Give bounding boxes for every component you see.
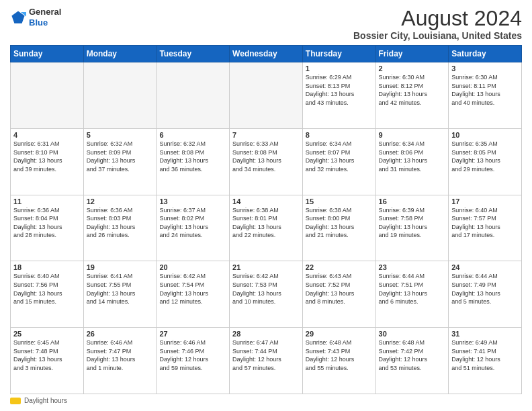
day-number: 18 bbox=[13, 263, 81, 271]
calendar-cell: 22Sunrise: 6:43 AM Sunset: 7:52 PM Dayli… bbox=[302, 261, 375, 328]
day-number: 24 bbox=[451, 263, 519, 271]
calendar-cell: 14Sunrise: 6:38 AM Sunset: 8:01 PM Dayli… bbox=[230, 195, 303, 261]
day-number: 10 bbox=[451, 131, 519, 139]
day-number: 5 bbox=[87, 131, 154, 139]
day-info: Sunrise: 6:48 AM Sunset: 7:43 PM Dayligh… bbox=[306, 338, 373, 372]
day-number: 2 bbox=[379, 64, 446, 73]
calendar-cell: 29Sunrise: 6:48 AM Sunset: 7:43 PM Dayli… bbox=[302, 328, 375, 394]
day-number: 22 bbox=[306, 263, 373, 271]
calendar-cell: 20Sunrise: 6:42 AM Sunset: 7:54 PM Dayli… bbox=[157, 261, 230, 328]
day-number: 20 bbox=[159, 263, 226, 271]
calendar-cell: 10Sunrise: 6:35 AM Sunset: 8:05 PM Dayli… bbox=[449, 128, 522, 195]
day-info: Sunrise: 6:33 AM Sunset: 8:08 PM Dayligh… bbox=[232, 140, 300, 173]
day-info: Sunrise: 6:32 AM Sunset: 8:08 PM Dayligh… bbox=[159, 140, 226, 173]
subtitle: Bossier City, Louisiana, United States bbox=[353, 30, 522, 41]
day-info: Sunrise: 6:30 AM Sunset: 8:11 PM Dayligh… bbox=[451, 73, 519, 107]
day-number: 1 bbox=[306, 64, 373, 73]
logo-icon bbox=[10, 9, 26, 26]
calendar-cell: 18Sunrise: 6:40 AM Sunset: 7:56 PM Dayli… bbox=[11, 261, 84, 328]
calendar-cell: 13Sunrise: 6:37 AM Sunset: 8:02 PM Dayli… bbox=[157, 195, 230, 261]
calendar-header-friday: Friday bbox=[375, 46, 449, 62]
day-number: 4 bbox=[13, 131, 81, 139]
calendar-cell: 11Sunrise: 6:36 AM Sunset: 8:04 PM Dayli… bbox=[11, 195, 84, 261]
calendar-header-saturday: Saturday bbox=[449, 46, 522, 62]
day-number: 26 bbox=[87, 330, 154, 338]
calendar-cell: 3Sunrise: 6:30 AM Sunset: 8:11 PM Daylig… bbox=[449, 62, 522, 129]
calendar-cell: 9Sunrise: 6:34 AM Sunset: 8:06 PM Daylig… bbox=[375, 128, 449, 195]
day-number: 8 bbox=[306, 131, 373, 139]
calendar-cell: 16Sunrise: 6:39 AM Sunset: 7:58 PM Dayli… bbox=[375, 195, 449, 261]
page: General Blue August 2024 Bossier City, L… bbox=[0, 0, 532, 411]
calendar-cell: 31Sunrise: 6:49 AM Sunset: 7:41 PM Dayli… bbox=[449, 328, 522, 394]
day-info: Sunrise: 6:40 AM Sunset: 7:56 PM Dayligh… bbox=[13, 272, 81, 306]
day-number: 21 bbox=[232, 263, 300, 271]
calendar-cell bbox=[157, 62, 230, 129]
day-info: Sunrise: 6:34 AM Sunset: 8:06 PM Dayligh… bbox=[379, 140, 446, 173]
day-number: 16 bbox=[379, 197, 446, 205]
day-info: Sunrise: 6:34 AM Sunset: 8:07 PM Dayligh… bbox=[306, 140, 373, 173]
day-info: Sunrise: 6:29 AM Sunset: 8:13 PM Dayligh… bbox=[306, 73, 373, 107]
day-info: Sunrise: 6:36 AM Sunset: 8:03 PM Dayligh… bbox=[87, 206, 154, 240]
calendar-header-thursday: Thursday bbox=[302, 46, 375, 62]
calendar-week-row: 1Sunrise: 6:29 AM Sunset: 8:13 PM Daylig… bbox=[11, 62, 522, 129]
calendar-cell: 17Sunrise: 6:40 AM Sunset: 7:57 PM Dayli… bbox=[449, 195, 522, 261]
footer: Daylight hours bbox=[10, 397, 522, 404]
calendar-header-sunday: Sunday bbox=[11, 46, 84, 62]
day-number: 15 bbox=[306, 197, 373, 205]
day-info: Sunrise: 6:46 AM Sunset: 7:47 PM Dayligh… bbox=[87, 338, 154, 372]
calendar-cell bbox=[83, 62, 157, 129]
day-info: Sunrise: 6:37 AM Sunset: 8:02 PM Dayligh… bbox=[159, 206, 226, 240]
day-number: 3 bbox=[451, 64, 519, 73]
calendar-cell: 25Sunrise: 6:45 AM Sunset: 7:48 PM Dayli… bbox=[11, 328, 84, 394]
day-info: Sunrise: 6:49 AM Sunset: 7:41 PM Dayligh… bbox=[451, 338, 519, 372]
day-info: Sunrise: 6:32 AM Sunset: 8:09 PM Dayligh… bbox=[87, 140, 154, 173]
calendar-cell bbox=[230, 62, 303, 129]
calendar-cell: 23Sunrise: 6:44 AM Sunset: 7:51 PM Dayli… bbox=[375, 261, 449, 328]
day-info: Sunrise: 6:38 AM Sunset: 8:00 PM Dayligh… bbox=[306, 206, 373, 240]
calendar-cell: 15Sunrise: 6:38 AM Sunset: 8:00 PM Dayli… bbox=[302, 195, 375, 261]
calendar-week-row: 4Sunrise: 6:31 AM Sunset: 8:10 PM Daylig… bbox=[11, 128, 522, 195]
day-info: Sunrise: 6:47 AM Sunset: 7:44 PM Dayligh… bbox=[232, 338, 300, 372]
day-info: Sunrise: 6:40 AM Sunset: 7:57 PM Dayligh… bbox=[451, 206, 519, 240]
calendar-week-row: 11Sunrise: 6:36 AM Sunset: 8:04 PM Dayli… bbox=[11, 195, 522, 261]
day-info: Sunrise: 6:38 AM Sunset: 8:01 PM Dayligh… bbox=[232, 206, 300, 240]
calendar-header-monday: Monday bbox=[83, 46, 157, 62]
logo: General Blue bbox=[10, 7, 61, 28]
calendar-cell: 21Sunrise: 6:42 AM Sunset: 7:53 PM Dayli… bbox=[230, 261, 303, 328]
day-info: Sunrise: 6:45 AM Sunset: 7:48 PM Dayligh… bbox=[13, 338, 81, 372]
day-number: 30 bbox=[379, 330, 446, 338]
day-number: 28 bbox=[232, 330, 300, 338]
day-info: Sunrise: 6:41 AM Sunset: 7:55 PM Dayligh… bbox=[87, 272, 154, 306]
calendar-cell: 26Sunrise: 6:46 AM Sunset: 7:47 PM Dayli… bbox=[83, 328, 157, 394]
day-info: Sunrise: 6:39 AM Sunset: 7:58 PM Dayligh… bbox=[379, 206, 446, 240]
calendar-week-row: 25Sunrise: 6:45 AM Sunset: 7:48 PM Dayli… bbox=[11, 328, 522, 394]
day-info: Sunrise: 6:31 AM Sunset: 8:10 PM Dayligh… bbox=[13, 140, 81, 173]
day-info: Sunrise: 6:44 AM Sunset: 7:51 PM Dayligh… bbox=[379, 272, 446, 306]
calendar-cell: 1Sunrise: 6:29 AM Sunset: 8:13 PM Daylig… bbox=[302, 62, 375, 129]
calendar-cell: 28Sunrise: 6:47 AM Sunset: 7:44 PM Dayli… bbox=[230, 328, 303, 394]
calendar-table: SundayMondayTuesdayWednesdayThursdayFrid… bbox=[10, 45, 522, 394]
header: General Blue August 2024 Bossier City, L… bbox=[10, 7, 522, 41]
day-number: 19 bbox=[87, 263, 154, 271]
calendar-cell: 19Sunrise: 6:41 AM Sunset: 7:55 PM Dayli… bbox=[83, 261, 157, 328]
day-info: Sunrise: 6:44 AM Sunset: 7:49 PM Dayligh… bbox=[451, 272, 519, 306]
day-number: 31 bbox=[451, 330, 519, 338]
day-number: 25 bbox=[13, 330, 81, 338]
day-number: 13 bbox=[159, 197, 226, 205]
day-number: 17 bbox=[451, 197, 519, 205]
day-info: Sunrise: 6:36 AM Sunset: 8:04 PM Dayligh… bbox=[13, 206, 81, 240]
day-info: Sunrise: 6:42 AM Sunset: 7:53 PM Dayligh… bbox=[232, 272, 300, 306]
calendar-cell: 30Sunrise: 6:48 AM Sunset: 7:42 PM Dayli… bbox=[375, 328, 449, 394]
calendar-cell bbox=[11, 62, 84, 129]
title-block: August 2024 Bossier City, Louisiana, Uni… bbox=[353, 7, 522, 41]
calendar-cell: 24Sunrise: 6:44 AM Sunset: 7:49 PM Dayli… bbox=[449, 261, 522, 328]
calendar-cell: 27Sunrise: 6:46 AM Sunset: 7:46 PM Dayli… bbox=[157, 328, 230, 394]
calendar-week-row: 18Sunrise: 6:40 AM Sunset: 7:56 PM Dayli… bbox=[11, 261, 522, 328]
calendar-header-row: SundayMondayTuesdayWednesdayThursdayFrid… bbox=[11, 46, 522, 62]
day-number: 7 bbox=[232, 131, 300, 139]
calendar-cell: 8Sunrise: 6:34 AM Sunset: 8:07 PM Daylig… bbox=[302, 128, 375, 195]
calendar-header-wednesday: Wednesday bbox=[230, 46, 303, 62]
day-info: Sunrise: 6:46 AM Sunset: 7:46 PM Dayligh… bbox=[159, 338, 226, 372]
day-number: 29 bbox=[306, 330, 373, 338]
calendar-cell: 6Sunrise: 6:32 AM Sunset: 8:08 PM Daylig… bbox=[157, 128, 230, 195]
